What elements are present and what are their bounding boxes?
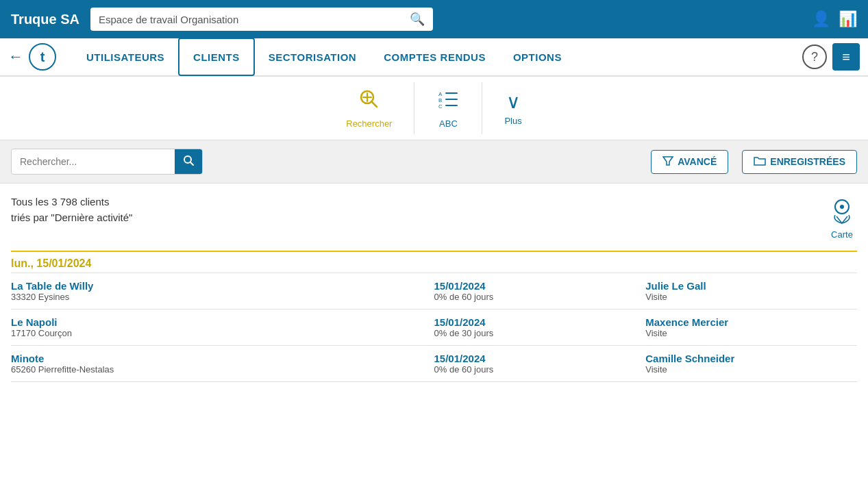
- map-button[interactable]: Carte: [827, 194, 857, 240]
- nav-right: ? ≡: [802, 43, 860, 71]
- client-name-col: Le Napoli 17170 Courçon: [11, 316, 434, 338]
- filter-icon: [662, 155, 673, 168]
- top-header: Truque SA 🔍 👤 📊: [0, 0, 868, 38]
- summary-text: Tous les 3 798 clients triés par "Derniè…: [11, 194, 132, 225]
- chevron-toolbar-icon: ∨: [506, 90, 521, 113]
- user-icon[interactable]: 👤: [812, 10, 830, 28]
- search-button[interactable]: [175, 149, 202, 174]
- chart-icon[interactable]: 📊: [839, 10, 857, 28]
- enregistrees-button[interactable]: ENREGISTRÉES: [742, 150, 857, 174]
- map-label: Carte: [831, 229, 853, 240]
- client-contact-col: Camille Schneider Visite: [645, 353, 857, 375]
- date-group-header: lun., 15/01/2024: [11, 251, 857, 273]
- workspace-search-input[interactable]: [99, 14, 404, 25]
- nav-item-options[interactable]: OPTIONS: [499, 38, 575, 76]
- nav-item-comptes-rendus[interactable]: COMPTES RENDUS: [370, 38, 499, 76]
- client-name-col: Minote 65260 Pierrefitte-Nestalas: [11, 353, 434, 375]
- nav-item-sectorisation[interactable]: SECTORISATION: [255, 38, 370, 76]
- workspace-search[interactable]: 🔍: [90, 8, 433, 31]
- summary-row: Tous les 3 798 clients triés par "Derniè…: [11, 194, 857, 240]
- app-title: Truque SA: [11, 12, 79, 27]
- client-date-col: 15/01/2024 0% de 60 jours: [434, 353, 646, 375]
- toolbar-abc[interactable]: A B C ABC: [414, 82, 482, 134]
- toolbar-abc-label: ABC: [439, 118, 458, 129]
- svg-text:A: A: [438, 91, 443, 97]
- table-row[interactable]: La Table de Willy 33320 Eysines 15/01/20…: [11, 273, 857, 310]
- menu-button[interactable]: ≡: [832, 43, 860, 71]
- client-contact-col: Maxence Mercier Visite: [645, 316, 857, 338]
- abc-toolbar-icon: A B C: [436, 88, 460, 116]
- logo: t: [29, 43, 56, 71]
- client-name-col: La Table de Willy 33320 Eysines: [11, 280, 434, 302]
- table-row[interactable]: Minote 65260 Pierrefitte-Nestalas 15/01/…: [11, 346, 857, 382]
- toolbar-rechercher-label: Rechercher: [346, 118, 392, 129]
- svg-text:B: B: [438, 97, 442, 103]
- content: Tous les 3 798 clients triés par "Derniè…: [0, 184, 868, 393]
- toolbar-plus-label: Plus: [504, 116, 521, 126]
- search-magnifier-icon: 🔍: [410, 12, 425, 27]
- client-date-col: 15/01/2024 0% de 60 jours: [434, 280, 646, 302]
- search-button-icon: [183, 155, 194, 166]
- svg-line-1: [371, 101, 377, 107]
- folder-icon: [754, 155, 766, 168]
- client-contact-col: Julie Le Gall Visite: [645, 280, 857, 302]
- toolbar-plus[interactable]: ∨ Plus: [482, 85, 543, 131]
- svg-marker-12: [663, 157, 673, 165]
- map-icon: [827, 194, 857, 227]
- nav-items: UTILISATEURS CLIENTS SECTORISATION COMPT…: [73, 38, 802, 76]
- client-list: La Table de Willy 33320 Eysines 15/01/20…: [11, 273, 857, 382]
- search-input[interactable]: [12, 151, 175, 173]
- toolbar: Rechercher A B C ABC ∨ Plus: [0, 77, 868, 140]
- client-date-col: 15/01/2024 0% de 30 jours: [434, 316, 646, 338]
- nav-bar: ← t UTILISATEURS CLIENTS SECTORISATION C…: [0, 38, 868, 77]
- search-input-wrap: [11, 149, 203, 175]
- toolbar-rechercher[interactable]: Rechercher: [324, 82, 414, 134]
- back-button[interactable]: ←: [8, 48, 23, 66]
- nav-item-clients[interactable]: CLIENTS: [178, 38, 255, 76]
- search-toolbar-icon: [358, 88, 381, 116]
- nav-item-utilisateurs[interactable]: UTILISATEURS: [73, 38, 178, 76]
- svg-line-11: [190, 162, 193, 165]
- svg-point-14: [840, 205, 844, 209]
- header-icons: 👤 📊: [812, 10, 857, 28]
- svg-text:C: C: [438, 103, 443, 110]
- help-button[interactable]: ?: [802, 45, 827, 69]
- avance-button[interactable]: AVANCÉ: [651, 150, 728, 174]
- search-area: AVANCÉ ENREGISTRÉES: [0, 140, 868, 184]
- rechercher-icon-svg: [358, 88, 381, 111]
- table-row[interactable]: Le Napoli 17170 Courçon 15/01/2024 0% de…: [11, 310, 857, 346]
